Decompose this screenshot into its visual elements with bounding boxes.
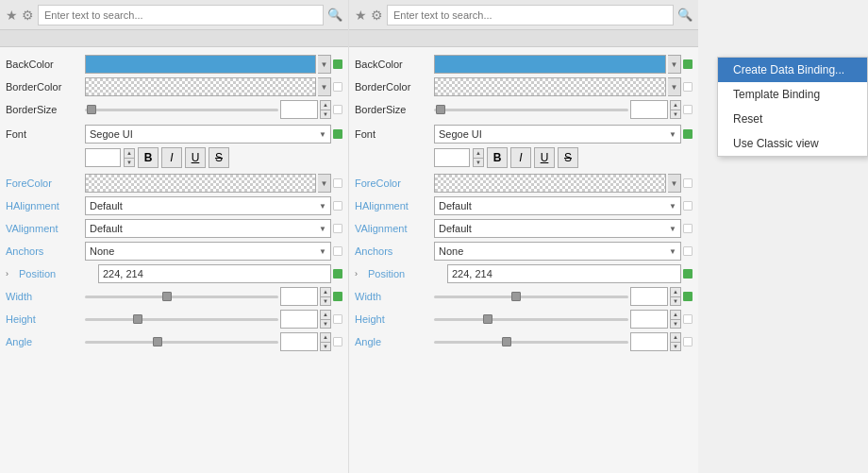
r-height-thumb[interactable]	[483, 314, 492, 324]
r-angle-thumb[interactable]	[502, 337, 511, 346]
r-valignment-binding-dot[interactable]	[683, 224, 693, 233]
r-underline-button[interactable]: U	[534, 147, 555, 168]
r-font-size-spin-up[interactable]: ▲	[473, 148, 484, 158]
bordersize-thumb[interactable]	[87, 105, 96, 114]
r-width-binding-dot[interactable]	[683, 292, 693, 301]
angle-spin-down[interactable]: ▼	[320, 342, 331, 352]
r-height-track[interactable]	[434, 318, 628, 321]
bordercolor-swatch[interactable]	[85, 77, 316, 96]
gear-icon-right[interactable]: ⚙	[371, 8, 383, 23]
context-menu-item-reset[interactable]: Reset	[718, 107, 867, 131]
bordercolor-binding-dot[interactable]	[333, 82, 342, 92]
width-binding-dot[interactable]	[333, 292, 342, 301]
context-menu-item-create-binding[interactable]: Create Data Binding...	[718, 58, 867, 82]
font-size-spin-up[interactable]: ▲	[124, 148, 135, 158]
angle-binding-dot[interactable]	[333, 337, 342, 346]
r-bordersize-spin-up[interactable]: ▲	[670, 100, 681, 110]
r-width-spin-down[interactable]: ▼	[670, 296, 681, 307]
height-binding-dot[interactable]	[333, 314, 342, 324]
r-position-binding-dot[interactable]	[683, 269, 693, 279]
anchors-binding-dot[interactable]	[333, 246, 342, 256]
r-angle-track[interactable]	[434, 341, 628, 344]
r-bold-button[interactable]: B	[487, 147, 508, 168]
r-italic-button[interactable]: I	[510, 147, 531, 168]
star-icon-left[interactable]: ★	[6, 8, 18, 23]
width-input[interactable]: 160	[280, 287, 318, 306]
r-valignment-select[interactable]: Default ▼	[434, 219, 681, 238]
height-spin-up[interactable]: ▲	[320, 310, 331, 319]
r-height-input[interactable]: 90	[630, 310, 668, 329]
r-height-spin-down[interactable]: ▼	[670, 319, 681, 329]
forecolor-binding-dot[interactable]	[333, 178, 342, 188]
r-strikethrough-button[interactable]: S	[558, 147, 578, 168]
r-bordercolor-swatch[interactable]	[434, 77, 666, 96]
font-binding-dot[interactable]	[333, 129, 342, 139]
r-width-track[interactable]	[434, 296, 628, 298]
bordersize-spin-up[interactable]: ▲	[320, 100, 331, 110]
r-width-input[interactable]: 160	[630, 287, 668, 306]
search-input-right[interactable]	[387, 5, 674, 25]
r-forecolor-dropdown[interactable]: ▼	[668, 174, 681, 193]
bordersize-binding-dot[interactable]	[333, 105, 342, 114]
height-input[interactable]: 90	[280, 310, 318, 329]
strikethrough-button[interactable]: S	[209, 147, 229, 168]
r-anchors-binding-dot[interactable]	[683, 246, 693, 256]
r-width-spin-up[interactable]: ▲	[670, 287, 681, 296]
anchors-select[interactable]: None ▼	[85, 242, 331, 261]
angle-spin-up[interactable]: ▲	[320, 332, 331, 342]
backcolor-dropdown[interactable]: ▼	[318, 55, 331, 74]
height-thumb[interactable]	[133, 314, 142, 324]
forecolor-swatch[interactable]	[85, 174, 316, 193]
bold-button[interactable]: B	[138, 147, 159, 168]
font-size-spin-down[interactable]: ▼	[124, 158, 135, 168]
r-bordercolor-dropdown[interactable]: ▼	[668, 77, 681, 96]
r-anchors-select[interactable]: None ▼	[434, 242, 681, 261]
font-size-input[interactable]: 14	[85, 148, 121, 167]
angle-track[interactable]	[85, 341, 278, 344]
r-bordersize-input[interactable]: 1	[630, 100, 668, 119]
search-input-left[interactable]	[38, 5, 324, 25]
position-expand[interactable]: ›	[6, 269, 15, 279]
forecolor-dropdown[interactable]: ▼	[318, 174, 331, 193]
underline-button[interactable]: U	[185, 147, 206, 168]
r-width-thumb[interactable]	[511, 292, 521, 301]
bordersize-track[interactable]	[85, 109, 278, 111]
gear-icon-left[interactable]: ⚙	[22, 8, 34, 23]
halignment-select[interactable]: Default ▼	[85, 196, 331, 215]
r-bordersize-track[interactable]	[434, 109, 628, 111]
italic-button[interactable]: I	[161, 147, 182, 168]
context-menu-item-template-binding[interactable]: Template Binding	[718, 82, 867, 107]
valignment-binding-dot[interactable]	[333, 224, 342, 233]
r-height-spin-up[interactable]: ▲	[670, 310, 681, 319]
r-bordersize-spin-down[interactable]: ▼	[670, 110, 681, 120]
r-halignment-binding-dot[interactable]	[683, 201, 693, 211]
height-spin-down[interactable]: ▼	[320, 319, 331, 329]
font-name-select[interactable]: Segoe UI ▼	[85, 125, 331, 144]
backcolor-swatch[interactable]	[85, 55, 316, 74]
r-position-expand[interactable]: ›	[355, 269, 364, 279]
r-forecolor-binding-dot[interactable]	[683, 178, 693, 188]
r-angle-binding-dot[interactable]	[683, 337, 693, 346]
bordersize-spin-down[interactable]: ▼	[320, 110, 331, 120]
r-backcolor-dropdown[interactable]: ▼	[668, 55, 681, 74]
r-height-binding-dot[interactable]	[683, 314, 693, 324]
r-font-size-spin-down[interactable]: ▼	[473, 158, 484, 168]
r-font-size-input[interactable]: 14	[434, 148, 470, 167]
context-menu-item-classic-view[interactable]: Use Classic view	[718, 131, 867, 156]
r-backcolor-swatch[interactable]	[434, 55, 666, 74]
star-icon-right[interactable]: ★	[355, 8, 367, 23]
r-halignment-select[interactable]: Default ▼	[434, 196, 681, 215]
width-track[interactable]	[85, 296, 278, 298]
r-bordercolor-binding-dot[interactable]	[683, 82, 693, 92]
r-font-name-select[interactable]: Segoe UI ▼	[434, 125, 681, 144]
halignment-binding-dot[interactable]	[333, 201, 342, 211]
r-backcolor-binding-dot[interactable]	[683, 59, 693, 69]
position-binding-dot[interactable]	[333, 269, 342, 279]
r-font-binding-dot[interactable]	[683, 129, 693, 139]
angle-input[interactable]: 0	[280, 332, 318, 351]
height-track[interactable]	[85, 318, 278, 321]
r-bordersize-binding-dot[interactable]	[683, 105, 693, 114]
r-angle-spin-down[interactable]: ▼	[670, 342, 681, 352]
r-forecolor-swatch[interactable]	[434, 174, 666, 193]
width-spin-down[interactable]: ▼	[320, 296, 331, 307]
